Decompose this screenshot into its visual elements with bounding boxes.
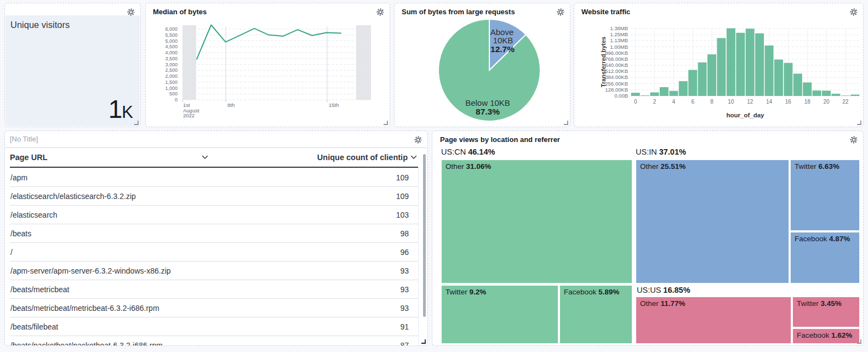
treemap-cell-us-us-other[interactable]: Other 11.77%: [636, 297, 791, 344]
panel-resize-handle[interactable]: [563, 120, 568, 125]
x-axis-tick-label: 2022: [183, 112, 195, 118]
x-axis-tick-label: 0: [634, 99, 637, 105]
y-axis-tick-label: 768.00KB: [605, 56, 628, 62]
treemap-cell-us-in-other[interactable]: Other 25.51%: [636, 160, 789, 283]
bar-hour-0[interactable]: [631, 93, 640, 96]
treemap-group-header-us-in: US:IN 37.01%: [636, 147, 686, 156]
bar-chart-svg: 1.38MB1.25MB1.13MB1.00MB896.00KB768.00KB…: [574, 3, 864, 128]
vertical-scrollbar-thumb[interactable]: [423, 154, 426, 317]
y-axis-tick-label: 128.00KB: [605, 87, 628, 93]
bar-hour-10[interactable]: [727, 29, 735, 96]
treemap-cell-us-cn-facebook[interactable]: Facebook 5.89%: [559, 285, 632, 344]
bar-hour-23[interactable]: [850, 94, 859, 96]
panel-page-views-treemap: Page views by location and referrer US:C…: [432, 130, 864, 346]
panel-settings-gear-icon[interactable]: [848, 6, 860, 18]
bar-hour-18[interactable]: [803, 82, 812, 96]
panel-resize-handle[interactable]: [856, 338, 861, 344]
table-row[interactable]: /elasticsearch/elasticsearch-6.3.2.zip10…: [10, 187, 418, 206]
cell-unique-count: 93: [305, 304, 418, 313]
y-axis-tick-label: 1.13MB: [610, 37, 628, 43]
table-row[interactable]: /beats/packetbeat/packetbeat-6.3.2-i686.…: [10, 336, 418, 345]
treemap-cell-us-cn-twitter[interactable]: Twitter 9.2%: [441, 285, 558, 344]
table-row[interactable]: /96: [10, 243, 418, 262]
dashboard-canvas: Unique visitors 1K Median of bytes 6,000…: [0, 0, 868, 352]
bar-hour-4[interactable]: [669, 91, 678, 96]
cell-unique-count: 96: [305, 248, 418, 257]
treemap-cell-us-cn-other[interactable]: Other 31.06%: [441, 160, 632, 283]
treemap-cell-label: Other 31.06%: [442, 160, 632, 173]
pie-slice-label: 10KB: [493, 36, 513, 45]
cell-page-url: /elasticsearch/elasticsearch-6.3.2.zip: [10, 192, 305, 201]
x-axis-tick-label: 10: [728, 99, 734, 105]
website-traffic-bar-chart[interactable]: 1.38MB1.25MB1.13MB1.00MB896.00KB768.00KB…: [574, 3, 863, 127]
x-axis-tick-label: 16: [785, 99, 792, 105]
table-row[interactable]: /beats/metricbeat93: [10, 280, 418, 299]
pie-slice-label: Below 10KB: [465, 98, 510, 107]
panel-resize-handle[interactable]: [856, 120, 861, 125]
bar-hour-16[interactable]: [784, 63, 792, 96]
panel-settings-gear-icon[interactable]: [125, 6, 137, 18]
bar-hour-13[interactable]: [755, 33, 764, 96]
treemap-chart: US:CN 46.14%Other 31.06%Twitter 9.2%Face…: [432, 131, 863, 345]
cell-page-url: /beats: [10, 229, 305, 238]
bar-hour-9[interactable]: [717, 38, 726, 96]
bar-hour-6[interactable]: [688, 70, 697, 96]
y-axis-tick-label: 896.00KB: [605, 50, 628, 56]
bar-hour-12[interactable]: [746, 29, 755, 96]
bar-hour-14[interactable]: [765, 46, 774, 96]
treemap-cell-us-us-twitter[interactable]: Twitter 3.45%: [792, 297, 860, 327]
table-row[interactable]: /elasticsearch103: [10, 206, 418, 224]
panel-settings-gear-icon[interactable]: [555, 6, 567, 18]
bytes-pie-chart[interactable]: Above10KB12.7%Below 10KB87.3%: [395, 3, 570, 127]
x-axis-tick-label: 8: [710, 99, 713, 105]
panel-settings-gear-icon[interactable]: [374, 6, 386, 18]
column-header-unique-count[interactable]: Unique count of clientip: [208, 153, 418, 162]
panel-resize-handle[interactable]: [382, 120, 388, 125]
line-chart-svg: 6,0005,5005,0004,5004,0003,5003,0002,500…: [146, 3, 391, 128]
panel-title: Page views by location and referrer: [440, 135, 560, 144]
x-axis-tick-label: 15th: [329, 102, 339, 108]
bar-hour-3[interactable]: [660, 87, 669, 96]
treemap-cell-us-in-twitter[interactable]: Twitter 6.63%: [790, 160, 860, 231]
table-row[interactable]: /beats/filebeat91: [10, 317, 418, 336]
median-of-bytes-line-chart[interactable]: 6,0005,5005,0004,5004,0003,5003,0002,500…: [146, 3, 390, 127]
chevron-down-icon[interactable]: [202, 155, 208, 160]
y-axis-tick-label: 256.00KB: [605, 81, 628, 87]
bar-hour-19[interactable]: [813, 90, 821, 96]
bar-hour-22[interactable]: [841, 95, 850, 96]
table-row[interactable]: /beats/metricbeat/metricbeat-6.3.2-i686.…: [10, 299, 418, 317]
y-axis-tick-label: 5,000: [165, 38, 178, 44]
y-axis-tick-label: 1.00MB: [610, 44, 628, 50]
treemap-cell-us-us-facebook[interactable]: Facebook 1.62%: [792, 328, 860, 344]
x-axis-tick-label: 20: [823, 99, 830, 105]
panel-settings-gear-icon[interactable]: [848, 134, 860, 146]
bar-hour-5[interactable]: [679, 81, 688, 96]
metric-body: Unique visitors 1K: [5, 15, 140, 126]
panel-settings-gear-icon[interactable]: [412, 134, 424, 146]
bar-hour-1[interactable]: [641, 95, 649, 96]
chevron-down-icon[interactable]: [410, 155, 417, 160]
y-axis-tick-label: 2,500: [165, 67, 178, 73]
treemap-cell-label: Twitter 6.63%: [791, 160, 859, 173]
bar-hour-11[interactable]: [736, 33, 745, 96]
table-row[interactable]: /apm-server/apm-server-6.3.2-windows-x86…: [10, 262, 418, 280]
table-row[interactable]: /beats98: [10, 224, 418, 243]
bar-hour-20[interactable]: [822, 90, 831, 96]
panel-resize-handle[interactable]: [133, 120, 139, 125]
bar-hour-7[interactable]: [698, 63, 707, 96]
pie-slice-percentage: 87.3%: [476, 107, 500, 116]
column-header-page-url[interactable]: Page URL: [10, 153, 208, 162]
bar-hour-17[interactable]: [793, 73, 802, 96]
median-bytes-series-line[interactable]: [197, 25, 341, 59]
bar-hour-2[interactable]: [650, 93, 659, 96]
table-row[interactable]: /apm109: [10, 168, 418, 187]
panel-resize-handle[interactable]: [420, 338, 426, 344]
y-axis-tick-label: 384.00KB: [605, 74, 628, 80]
x-axis-tick-label: 6: [691, 99, 694, 105]
bar-hour-15[interactable]: [774, 60, 783, 96]
bar-hour-8[interactable]: [707, 54, 716, 96]
treemap-cell-us-in-facebook[interactable]: Facebook 4.87%: [790, 232, 860, 283]
bar-hour-21[interactable]: [831, 94, 840, 96]
x-axis-title: hour_of_day: [726, 112, 764, 118]
cell-page-url: /beats/packetbeat/packetbeat-6.3.2-i686.…: [10, 341, 305, 346]
